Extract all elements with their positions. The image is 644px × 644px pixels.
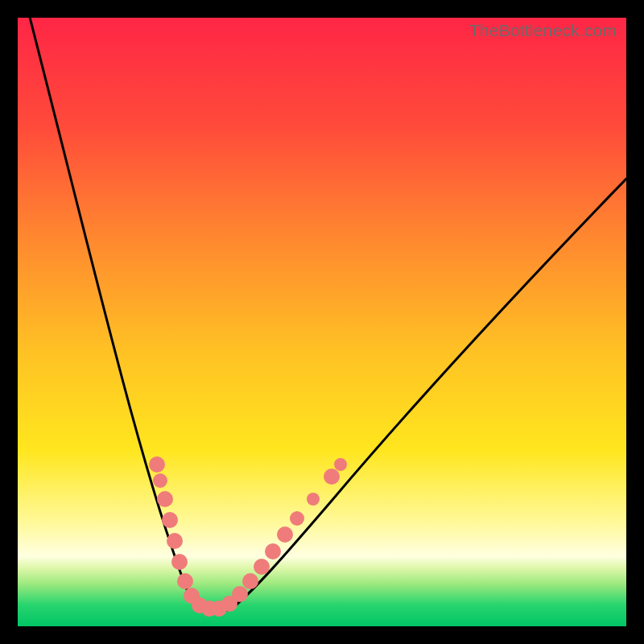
data-point (157, 491, 173, 507)
data-point (334, 458, 347, 471)
data-point (167, 533, 183, 549)
data-point (265, 543, 281, 559)
data-point (307, 493, 320, 506)
chart-canvas (18, 18, 626, 626)
data-point (162, 512, 178, 528)
watermark-text: TheBottleneck.com (469, 21, 617, 40)
data-point (242, 573, 258, 589)
data-point (149, 456, 165, 473)
data-point (277, 526, 293, 543)
data-point (254, 559, 270, 575)
data-point (171, 554, 188, 570)
data-point (290, 511, 304, 526)
data-point (153, 473, 167, 488)
data-point (324, 469, 340, 485)
plot-frame: TheBottleneck.com (18, 18, 626, 626)
data-point (177, 573, 193, 589)
data-point (232, 586, 248, 602)
